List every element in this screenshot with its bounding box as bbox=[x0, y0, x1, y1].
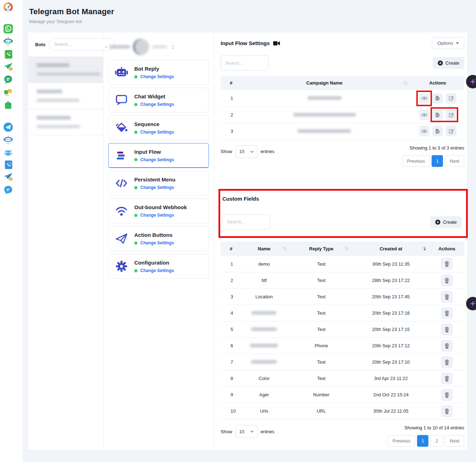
delete-button[interactable] bbox=[441, 389, 453, 401]
settings-card-action-buttons[interactable]: Action Buttons Change Settings bbox=[108, 226, 209, 251]
change-settings-link[interactable]: Change Settings bbox=[140, 213, 174, 218]
input-flow-panel: Input Flow Settings Options Create bbox=[214, 32, 467, 450]
settings-card-chat-widget[interactable]: Chat Widget Change Settings bbox=[108, 88, 209, 113]
delete-button[interactable] bbox=[441, 258, 453, 270]
change-settings-link[interactable]: Change Settings bbox=[140, 240, 174, 245]
change-settings-link[interactable]: Change Settings bbox=[140, 130, 174, 135]
page-1-button[interactable]: 1 bbox=[432, 155, 443, 167]
edit-button[interactable] bbox=[446, 126, 456, 136]
view-button[interactable] bbox=[419, 109, 429, 120]
delete-button[interactable] bbox=[441, 405, 453, 417]
chevron-down-icon bbox=[456, 42, 459, 44]
blurred-campaign-name bbox=[298, 129, 351, 133]
broadcast-blue-icon[interactable]: 1 bbox=[3, 172, 13, 182]
svg-text:1: 1 bbox=[10, 67, 12, 71]
page-2-button[interactable]: 2 bbox=[430, 435, 443, 447]
blurred-field-name bbox=[251, 360, 277, 364]
export-button[interactable] bbox=[432, 109, 443, 120]
table-row: 4Text20th Sep 23 17:16 bbox=[221, 305, 464, 321]
previous-page-button[interactable]: Previous bbox=[402, 155, 430, 167]
options-button[interactable]: Options bbox=[432, 37, 464, 49]
custom-fields-search-input[interactable] bbox=[222, 214, 270, 230]
status-dot bbox=[134, 214, 137, 217]
eye-icon bbox=[421, 113, 427, 117]
export-button[interactable] bbox=[432, 93, 443, 104]
settings-card-configuration[interactable]: Configuration Change Settings bbox=[108, 254, 209, 279]
blurred-campaign-name bbox=[293, 113, 356, 116]
plus-circle-icon bbox=[438, 60, 443, 66]
broadcast-green-icon[interactable]: 1 bbox=[3, 62, 13, 72]
sort-icon[interactable] bbox=[345, 246, 349, 251]
change-settings-link[interactable]: Change Settings bbox=[140, 74, 174, 79]
bot-reply-icon bbox=[114, 65, 129, 80]
col-header-created-at: Created at bbox=[352, 241, 429, 256]
settings-card-input-flow[interactable]: Input Flow Change Settings bbox=[108, 143, 209, 168]
delete-button[interactable] bbox=[441, 356, 453, 368]
whatsapp-icon[interactable] bbox=[3, 24, 13, 34]
sort-icon-active-desc[interactable] bbox=[422, 246, 426, 251]
telegram-icon[interactable] bbox=[3, 122, 13, 132]
card-title: Bot Reply bbox=[134, 66, 174, 72]
chat-blue-icon[interactable] bbox=[3, 185, 13, 195]
blurred-bot-handle bbox=[37, 125, 80, 128]
delete-button[interactable] bbox=[441, 307, 453, 319]
table-row: 10UrlsURL30th Jul 22 11:05 bbox=[221, 403, 464, 419]
next-page-button[interactable]: Next bbox=[445, 435, 464, 447]
previous-page-button[interactable]: Previous bbox=[388, 435, 416, 447]
audience-icon[interactable] bbox=[3, 147, 13, 157]
bot-green-icon[interactable] bbox=[3, 37, 13, 47]
export-button[interactable] bbox=[432, 126, 443, 136]
contacts-blue-icon[interactable] bbox=[3, 160, 13, 170]
create-input-flow-button[interactable]: Create bbox=[433, 57, 464, 69]
pagination: Previous 1 2 Next bbox=[388, 435, 464, 447]
delete-button[interactable] bbox=[441, 324, 453, 336]
table-row: 1demoText30th Sep 23 11:35 bbox=[221, 256, 464, 272]
change-settings-link[interactable]: Change Settings bbox=[140, 102, 174, 107]
delete-button[interactable] bbox=[441, 291, 453, 303]
bots-panel: Bots bbox=[28, 32, 103, 450]
plus-circle-icon bbox=[435, 219, 440, 225]
edit-button[interactable] bbox=[446, 93, 456, 104]
dashboard-gauge-icon[interactable] bbox=[3, 2, 13, 12]
chat-green-icon[interactable] bbox=[3, 75, 13, 85]
edit-button[interactable] bbox=[446, 109, 456, 120]
create-custom-field-button[interactable]: Create bbox=[430, 216, 462, 228]
settings-card-sequence[interactable]: Sequence Change Settings bbox=[108, 115, 209, 140]
trash-icon bbox=[444, 294, 449, 300]
bot-blue-icon[interactable] bbox=[3, 135, 13, 145]
delete-button[interactable] bbox=[441, 275, 453, 287]
view-button[interactable] bbox=[419, 93, 429, 104]
sort-icon[interactable] bbox=[283, 246, 287, 251]
delete-button[interactable] bbox=[441, 340, 453, 352]
settings-card-bot-reply[interactable]: Bot Reply Change Settings bbox=[108, 60, 209, 85]
shop-icon[interactable] bbox=[3, 100, 13, 110]
card-title: Action Buttons bbox=[134, 232, 174, 238]
page-size-select[interactable]: 10 bbox=[236, 145, 258, 158]
next-page-button[interactable]: Next bbox=[445, 155, 464, 167]
sort-icon[interactable] bbox=[404, 81, 407, 85]
edit-icon bbox=[449, 96, 454, 101]
contacts-green-icon[interactable] bbox=[3, 49, 13, 59]
persistent-menu-icon bbox=[114, 176, 129, 190]
sparkle-icon bbox=[469, 300, 476, 307]
change-settings-link[interactable]: Change Settings bbox=[140, 268, 174, 273]
bot-list-item-selected[interactable] bbox=[28, 56, 103, 83]
integrations-icon[interactable] bbox=[3, 87, 13, 97]
delete-button[interactable] bbox=[441, 373, 453, 385]
blurred-bot-title: : bbox=[106, 37, 209, 57]
bot-list-item[interactable] bbox=[28, 109, 103, 135]
chevron-down-icon bbox=[250, 151, 254, 153]
change-settings-link[interactable]: Change Settings bbox=[140, 157, 174, 162]
trash-icon bbox=[444, 343, 449, 349]
settings-card-outbound-webhook[interactable]: Out-bound Webhook Change Settings bbox=[108, 199, 209, 223]
blurred-field-name bbox=[251, 327, 277, 331]
video-camera-icon[interactable] bbox=[273, 41, 280, 46]
bot-list-item[interactable] bbox=[28, 83, 103, 109]
page-1-button[interactable]: 1 bbox=[417, 435, 428, 447]
settings-card-persistent-menu[interactable]: Persistent Menu Change Settings bbox=[108, 171, 209, 196]
view-button[interactable] bbox=[419, 126, 429, 136]
table-row: 8ColorText3rd Apr 23 11:22 bbox=[221, 370, 464, 387]
page-size-select[interactable]: 10 bbox=[236, 425, 258, 438]
input-flow-search-input[interactable] bbox=[221, 55, 269, 71]
change-settings-link[interactable]: Change Settings bbox=[140, 185, 174, 190]
